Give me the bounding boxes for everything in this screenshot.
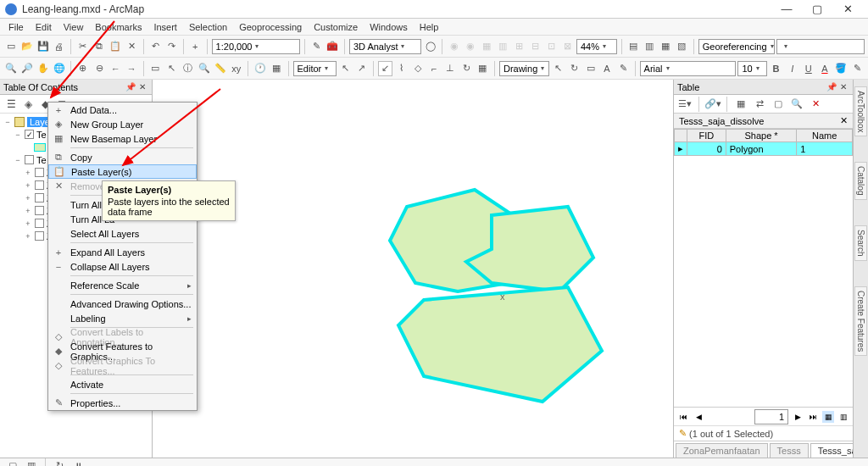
side-tab-create-features[interactable]: Create Features	[854, 286, 867, 356]
context-menu[interactable]: +Add Data...◈New Group Layer▦New Basemap…	[47, 102, 198, 411]
table-options-icon[interactable]: ☰▾	[677, 97, 693, 112]
toc-close-icon[interactable]: ✕	[136, 81, 148, 93]
prev-record-icon[interactable]: ◀	[693, 411, 704, 423]
pointer-icon[interactable]: ↖	[164, 61, 179, 76]
add-data-icon[interactable]: +	[188, 39, 203, 54]
delete-sel-icon[interactable]: ✕	[808, 97, 823, 112]
ctx-copy[interactable]: ⧉Copy	[48, 150, 197, 164]
georef-combo[interactable]: Georeferencing▾	[698, 39, 775, 54]
ctx-properties-[interactable]: ✎Properties...	[48, 396, 197, 410]
layout-view-icon[interactable]: ▥	[24, 458, 39, 467]
ctx-expand-all-layers[interactable]: +Expand All Layers	[48, 245, 197, 259]
draw-select-icon[interactable]: ↖	[551, 61, 565, 76]
ctx-collapse-all-layers[interactable]: −Collapse All Layers	[48, 259, 197, 274]
toolbox-icon[interactable]: 🧰	[326, 39, 340, 54]
first-record-icon[interactable]: ⏮	[677, 411, 689, 423]
pause-icon[interactable]: ⏸	[70, 458, 86, 467]
fixed-zoom-out-icon[interactable]: ⊖	[92, 61, 106, 76]
close-button[interactable]: ✕	[832, 1, 863, 18]
copy-icon[interactable]: ⧉	[92, 39, 106, 54]
font-color-icon[interactable]: A	[817, 61, 832, 76]
undo-icon[interactable]: ↶	[148, 39, 163, 54]
xy-icon[interactable]: xy	[229, 61, 243, 76]
bold-icon[interactable]: B	[769, 61, 783, 76]
table-tab-close-icon[interactable]: ✕	[840, 115, 848, 126]
ctx-add-data-[interactable]: +Add Data...	[48, 103, 197, 117]
draw-rotate-icon[interactable]: ↻	[567, 61, 581, 76]
reshape-icon[interactable]: ⌐	[427, 61, 442, 76]
side-tab-search[interactable]: Search	[854, 225, 867, 261]
last-record-icon[interactable]: ⏭	[807, 411, 819, 423]
layout-c-icon[interactable]: ▦	[659, 39, 673, 54]
menu-bookmarks[interactable]: Bookmarks	[90, 20, 147, 34]
time-icon[interactable]: 🕐	[253, 61, 267, 76]
edit-a-icon[interactable]: ↗	[354, 61, 369, 76]
full-extent-icon[interactable]: 🌐	[52, 61, 66, 76]
prev-extent-icon[interactable]: ←	[108, 61, 123, 76]
select-by-attr-icon[interactable]: ▦	[733, 97, 748, 112]
table-row[interactable]: ▸ 0 Polygon 1	[675, 142, 853, 156]
menu-selection[interactable]: Selection	[184, 20, 232, 34]
italic-icon[interactable]: I	[785, 61, 799, 76]
font-size-combo[interactable]: 10▾	[737, 61, 767, 76]
find-icon[interactable]: 🔍	[197, 61, 211, 76]
open-icon[interactable]: 📂	[19, 39, 34, 54]
split-icon[interactable]: ⊥	[443, 61, 458, 76]
zoom-out-icon[interactable]: 🔎	[19, 61, 34, 76]
paste-icon[interactable]: 📋	[108, 39, 122, 54]
draw-text-icon[interactable]: A	[599, 61, 614, 76]
zoom-sel-icon[interactable]: 🔍	[789, 97, 804, 112]
next-extent-icon[interactable]: →	[125, 61, 139, 76]
ctx-advanced-drawing-options-[interactable]: Advanced Drawing Options...	[48, 297, 197, 311]
menu-insert[interactable]: Insert	[148, 20, 182, 34]
menu-file[interactable]: File	[3, 20, 29, 34]
table-tab[interactable]: Tesss	[770, 443, 809, 458]
attr-icon[interactable]: ▦	[476, 61, 490, 76]
ctx-labeling[interactable]: Labeling▸	[48, 311, 197, 325]
rotate-icon[interactable]: ↻	[459, 61, 474, 76]
list-by-source-icon[interactable]: ◈	[20, 97, 36, 112]
ctx-new-group-layer[interactable]: ◈New Group Layer	[48, 117, 197, 131]
list-by-drawing-icon[interactable]: ☰	[3, 97, 19, 112]
scale-combo[interactable]: 1:20,000▾	[212, 39, 300, 54]
save-icon[interactable]: 💾	[36, 39, 50, 54]
ctx-activate[interactable]: Activate	[48, 377, 197, 391]
map-canvas[interactable]: x	[153, 80, 673, 458]
zoom-in-icon[interactable]: 🔍	[3, 61, 18, 76]
fill-color-icon[interactable]: 🪣	[833, 61, 848, 76]
related-icon[interactable]: 🔗▾	[705, 97, 721, 112]
font-combo[interactable]: Arial▾	[640, 61, 737, 76]
table-pin-icon[interactable]: 📌	[826, 81, 837, 93]
measure-icon[interactable]: 📏	[213, 61, 227, 76]
refresh-icon[interactable]: ↻	[52, 458, 67, 467]
ctx-select-all-layers[interactable]: Select All Layers	[48, 226, 197, 241]
ctx-paste-layer-s-[interactable]: 📋Paste Layer(s)	[48, 164, 197, 179]
editor-toolbar-icon[interactable]: ✎	[309, 39, 324, 54]
underline-icon[interactable]: U	[801, 61, 815, 76]
maximize-button[interactable]: ▢	[802, 1, 832, 18]
minimize-button[interactable]: —	[771, 1, 802, 18]
edit-tool-icon[interactable]: ↖	[338, 61, 353, 76]
side-tab-arctoolbox[interactable]: ArcToolbox	[854, 86, 867, 136]
menu-edit[interactable]: Edit	[31, 20, 57, 34]
switch-sel-icon[interactable]: ⇄	[752, 97, 767, 112]
table-grid[interactable]: FID Shape * Name ▸ 0 Polygon 1	[674, 129, 853, 156]
ctx-reference-scale[interactable]: Reference Scale▸	[48, 278, 197, 292]
show-selected-icon[interactable]: ▥	[837, 411, 849, 423]
table-tab[interactable]: ZonaPemanfaatan	[676, 443, 768, 458]
record-index[interactable]: 1	[754, 409, 788, 424]
drawing-combo[interactable]: Drawing▾	[499, 61, 549, 76]
sketch-tool-icon[interactable]: ↙	[378, 61, 392, 76]
cut-icon[interactable]: ✂	[75, 39, 90, 54]
draw-edit-icon[interactable]: ✎	[616, 61, 631, 76]
menu-customize[interactable]: Customize	[309, 20, 363, 34]
toc-pin-icon[interactable]: 📌	[125, 81, 136, 93]
line-color-icon[interactable]: ✎	[850, 61, 865, 76]
edit-vertex-icon[interactable]: ◇	[410, 61, 425, 76]
select-icon[interactable]: ▭	[148, 61, 163, 76]
trace-icon[interactable]: ⌇	[394, 61, 409, 76]
layout-a-icon[interactable]: ▤	[626, 39, 641, 54]
data-view-icon[interactable]: ▢	[5, 458, 20, 467]
show-all-icon[interactable]: ▦	[822, 411, 834, 423]
menu-help[interactable]: Help	[415, 20, 444, 34]
